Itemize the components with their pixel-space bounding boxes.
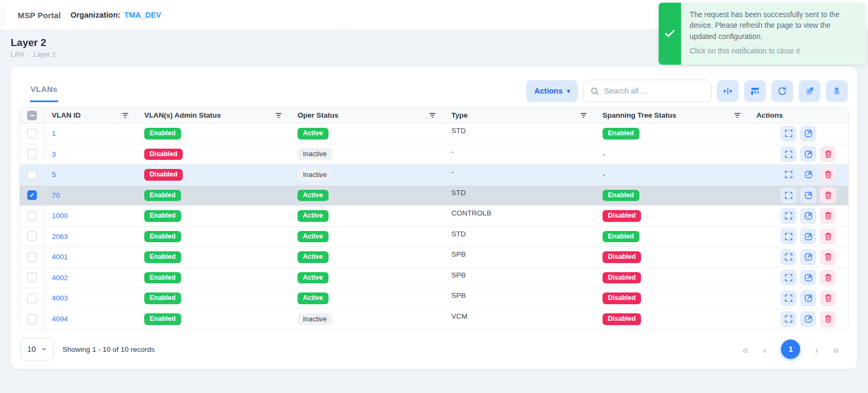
table-body: 1 Enabled Active STD Enabled 3 Disabled … bbox=[20, 124, 848, 329]
vlan-id-link[interactable]: 3 bbox=[52, 150, 56, 158]
delete-row-icon[interactable] bbox=[820, 167, 836, 183]
vlan-id-link[interactable]: 1000 bbox=[52, 212, 68, 220]
pagination-last-button[interactable]: » bbox=[833, 344, 839, 355]
expand-row-icon[interactable] bbox=[780, 146, 796, 162]
pagination-first-button[interactable]: « bbox=[742, 344, 749, 355]
table-row: 5 Disabled Inactive - - bbox=[20, 165, 848, 186]
row-checkbox[interactable] bbox=[27, 314, 37, 324]
delete-row-icon[interactable] bbox=[820, 228, 836, 244]
success-toast[interactable]: The request has been successfully sent t… bbox=[659, 3, 866, 65]
filter-icon[interactable] bbox=[275, 112, 282, 119]
vlan-id-link[interactable]: 4003 bbox=[52, 294, 68, 302]
pagination-current-page[interactable]: 1 bbox=[781, 340, 800, 359]
vlan-id-link[interactable]: 2063 bbox=[52, 233, 68, 241]
delete-row-icon[interactable] bbox=[820, 290, 836, 306]
column-header-actions: Actions bbox=[756, 111, 783, 119]
sidebar-edge-button[interactable] bbox=[0, 6, 4, 26]
row-checkbox[interactable] bbox=[27, 190, 37, 200]
expand-row-icon[interactable] bbox=[780, 208, 796, 224]
row-checkbox[interactable] bbox=[27, 294, 37, 303]
open-external-icon[interactable] bbox=[799, 80, 820, 102]
row-checkbox[interactable] bbox=[27, 232, 37, 241]
type-value: CONTROLB bbox=[451, 209, 491, 217]
edit-row-icon[interactable] bbox=[800, 208, 816, 224]
edit-row-icon[interactable] bbox=[800, 146, 816, 162]
row-checkbox[interactable] bbox=[27, 170, 37, 180]
expand-row-icon[interactable] bbox=[780, 249, 796, 265]
chevron-down-icon bbox=[41, 346, 47, 352]
edit-row-icon[interactable] bbox=[800, 269, 816, 286]
vlans-panel: VLANs Actions ▾ bbox=[11, 66, 857, 369]
delete-row-icon[interactable] bbox=[820, 249, 836, 265]
edit-row-icon[interactable] bbox=[800, 290, 816, 306]
row-checkbox[interactable] bbox=[27, 273, 37, 282]
delete-row-icon[interactable] bbox=[820, 311, 836, 327]
filter-icon[interactable] bbox=[122, 112, 129, 119]
table-header-row: VLAN ID VLAN(s) Admin Status Oper Status… bbox=[20, 107, 848, 124]
expand-row-icon[interactable] bbox=[780, 269, 796, 286]
oper-status-badge: Active bbox=[298, 292, 329, 304]
edit-row-icon[interactable] bbox=[800, 228, 816, 244]
columns-icon[interactable] bbox=[744, 80, 766, 102]
vlan-id-link[interactable]: 4094 bbox=[52, 315, 68, 323]
edit-row-icon[interactable] bbox=[800, 167, 816, 183]
row-checkbox[interactable] bbox=[27, 149, 37, 159]
admin-status-badge: Enabled bbox=[144, 292, 181, 304]
spanning-tree-status-badge: Disabled bbox=[603, 210, 641, 222]
vlan-id-link[interactable]: 1 bbox=[52, 129, 56, 137]
table-row: 70 Enabled Active STD Enabled bbox=[20, 186, 848, 206]
row-checkbox[interactable] bbox=[27, 211, 37, 221]
vlan-id-link[interactable]: 5 bbox=[52, 171, 56, 179]
vlan-id-link[interactable]: 4001 bbox=[52, 253, 68, 261]
row-checkbox[interactable] bbox=[27, 129, 37, 138]
type-value: - bbox=[451, 148, 454, 156]
edit-row-icon[interactable] bbox=[800, 311, 816, 327]
expand-row-icon[interactable] bbox=[780, 311, 796, 327]
filter-icon[interactable] bbox=[429, 112, 436, 119]
type-value: - bbox=[451, 168, 454, 176]
edit-row-icon[interactable] bbox=[800, 187, 816, 203]
pagination: « ‹ 1 › » bbox=[742, 340, 839, 359]
expand-row-icon[interactable] bbox=[780, 167, 796, 183]
spanning-tree-status-badge: Disabled bbox=[603, 251, 641, 263]
expand-row-icon[interactable] bbox=[780, 290, 796, 306]
breadcrumb-separator: - bbox=[27, 51, 29, 58]
select-all-checkbox[interactable] bbox=[27, 111, 37, 120]
expand-row-icon[interactable] bbox=[780, 228, 796, 244]
filter-icon[interactable] bbox=[580, 112, 587, 119]
spanning-tree-status-badge: - bbox=[603, 150, 605, 158]
refresh-icon[interactable] bbox=[771, 80, 793, 102]
delete-row-icon[interactable] bbox=[820, 187, 836, 203]
expand-row-icon[interactable] bbox=[780, 187, 796, 203]
delete-row-icon[interactable] bbox=[820, 146, 836, 162]
delete-row-icon[interactable] bbox=[820, 208, 836, 224]
actions-dropdown-button[interactable]: Actions ▾ bbox=[526, 80, 578, 102]
filter-icon[interactable] bbox=[734, 112, 741, 119]
pagination-prev-button[interactable]: ‹ bbox=[763, 344, 767, 355]
search-input[interactable] bbox=[604, 87, 705, 95]
breadcrumb-parent[interactable]: LAN bbox=[11, 51, 24, 58]
page-size-select[interactable]: 10 bbox=[20, 338, 54, 360]
vlans-table: VLAN ID VLAN(s) Admin Status Oper Status… bbox=[19, 107, 849, 330]
column-header-oper-status: Oper Status bbox=[298, 111, 339, 119]
table-row: 2063 Enabled Active STD Enabled bbox=[20, 227, 848, 248]
tab-vlans[interactable]: VLANs bbox=[30, 81, 58, 102]
breadcrumb-current: Layer 2 bbox=[34, 51, 56, 58]
spanning-tree-status-badge: Disabled bbox=[603, 313, 641, 325]
column-header-admin-status: VLAN(s) Admin Status bbox=[144, 111, 221, 119]
vlan-id-link[interactable]: 4002 bbox=[52, 274, 68, 282]
expand-row-icon[interactable] bbox=[780, 126, 796, 142]
table-row: 4003 Enabled Active SPB Disabled bbox=[20, 288, 848, 309]
row-checkbox[interactable] bbox=[27, 252, 37, 262]
type-value: STD bbox=[451, 230, 466, 238]
expand-horizontal-icon[interactable] bbox=[717, 80, 739, 102]
edit-row-icon[interactable] bbox=[800, 249, 816, 265]
table-row: 4094 Enabled Inactive VCM Disabled bbox=[20, 309, 848, 330]
edit-row-icon[interactable] bbox=[800, 126, 816, 142]
upload-icon[interactable] bbox=[826, 80, 848, 102]
vlan-id-link[interactable]: 70 bbox=[52, 191, 60, 199]
delete-row-icon[interactable] bbox=[820, 269, 836, 286]
oper-status-badge: Active bbox=[298, 190, 329, 202]
organization-value-link[interactable]: TMA_DEV bbox=[124, 11, 161, 19]
pagination-next-button[interactable]: › bbox=[815, 344, 818, 355]
